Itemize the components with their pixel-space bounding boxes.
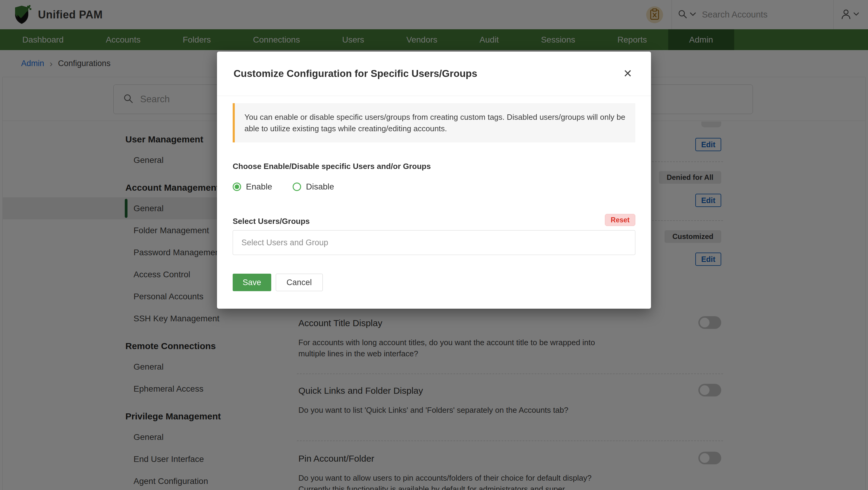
select-users-groups-label: Select Users/Groups	[233, 217, 310, 226]
customize-configuration-dialog: Customize Configuration for Specific Use…	[217, 52, 651, 309]
radio-disable-label[interactable]: Disable	[306, 182, 334, 192]
save-button[interactable]: Save	[233, 273, 271, 291]
radio-option-disable[interactable]: Disable	[293, 182, 334, 192]
dialog-title: Customize Configuration for Specific Use…	[234, 68, 477, 79]
radio-option-enable[interactable]: Enable	[233, 182, 272, 192]
choose-enable-disable-label: Choose Enable/Disable specific Users and…	[233, 162, 635, 171]
cancel-button[interactable]: Cancel	[276, 273, 323, 291]
radio-disable-icon[interactable]	[293, 182, 301, 191]
users-groups-select-placeholder: Select Users and Group	[241, 238, 328, 248]
close-icon[interactable]: ✕	[623, 68, 632, 79]
info-message: You can enable or disable specific users…	[233, 103, 635, 142]
enable-disable-radio-group: Enable Disable	[233, 182, 635, 192]
radio-enable-icon[interactable]	[233, 182, 241, 191]
reset-button[interactable]: Reset	[605, 214, 635, 226]
users-groups-select[interactable]: Select Users and Group	[233, 230, 635, 255]
radio-enable-label[interactable]: Enable	[246, 182, 272, 192]
